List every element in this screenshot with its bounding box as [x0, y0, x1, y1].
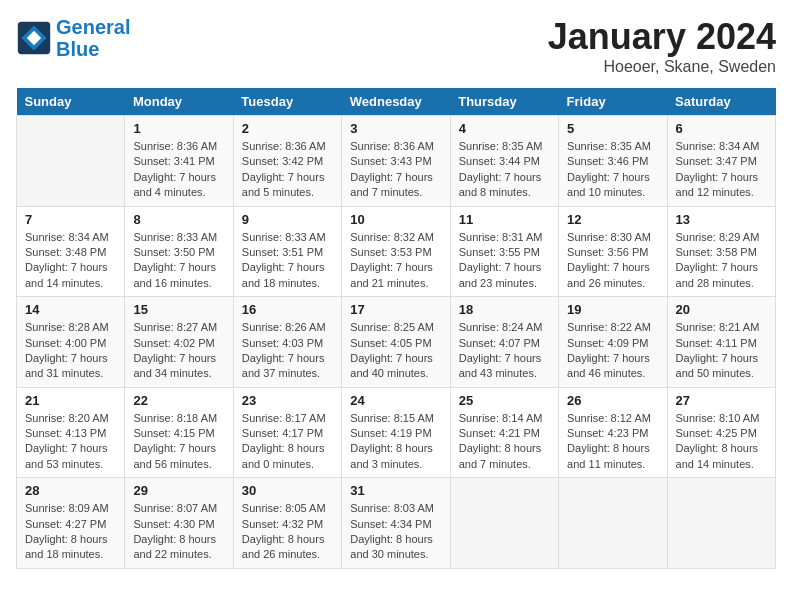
day-detail: Sunrise: 8:12 AMSunset: 4:23 PMDaylight:…	[567, 411, 658, 473]
day-detail: Sunrise: 8:33 AMSunset: 3:51 PMDaylight:…	[242, 230, 333, 292]
day-detail: Sunrise: 8:17 AMSunset: 4:17 PMDaylight:…	[242, 411, 333, 473]
page-header: General Blue January 2024 Hoeoer, Skane,…	[16, 16, 776, 76]
calendar-cell	[17, 116, 125, 207]
day-detail: Sunrise: 8:35 AMSunset: 3:46 PMDaylight:…	[567, 139, 658, 201]
day-number: 20	[676, 302, 767, 317]
calendar-cell: 25Sunrise: 8:14 AMSunset: 4:21 PMDayligh…	[450, 387, 558, 478]
calendar-cell: 20Sunrise: 8:21 AMSunset: 4:11 PMDayligh…	[667, 297, 775, 388]
week-row-3: 14Sunrise: 8:28 AMSunset: 4:00 PMDayligh…	[17, 297, 776, 388]
day-detail: Sunrise: 8:32 AMSunset: 3:53 PMDaylight:…	[350, 230, 441, 292]
day-number: 2	[242, 121, 333, 136]
calendar-cell: 15Sunrise: 8:27 AMSunset: 4:02 PMDayligh…	[125, 297, 233, 388]
day-detail: Sunrise: 8:36 AMSunset: 3:43 PMDaylight:…	[350, 139, 441, 201]
logo-icon	[16, 20, 52, 56]
day-number: 8	[133, 212, 224, 227]
day-number: 31	[350, 483, 441, 498]
day-detail: Sunrise: 8:26 AMSunset: 4:03 PMDaylight:…	[242, 320, 333, 382]
day-number: 18	[459, 302, 550, 317]
calendar-cell: 22Sunrise: 8:18 AMSunset: 4:15 PMDayligh…	[125, 387, 233, 478]
day-number: 12	[567, 212, 658, 227]
week-row-1: 1Sunrise: 8:36 AMSunset: 3:41 PMDaylight…	[17, 116, 776, 207]
week-row-4: 21Sunrise: 8:20 AMSunset: 4:13 PMDayligh…	[17, 387, 776, 478]
day-detail: Sunrise: 8:31 AMSunset: 3:55 PMDaylight:…	[459, 230, 550, 292]
day-detail: Sunrise: 8:34 AMSunset: 3:48 PMDaylight:…	[25, 230, 116, 292]
weekday-header-saturday: Saturday	[667, 88, 775, 116]
calendar-cell: 9Sunrise: 8:33 AMSunset: 3:51 PMDaylight…	[233, 206, 341, 297]
day-detail: Sunrise: 8:20 AMSunset: 4:13 PMDaylight:…	[25, 411, 116, 473]
day-detail: Sunrise: 8:34 AMSunset: 3:47 PMDaylight:…	[676, 139, 767, 201]
day-detail: Sunrise: 8:07 AMSunset: 4:30 PMDaylight:…	[133, 501, 224, 563]
day-number: 17	[350, 302, 441, 317]
day-detail: Sunrise: 8:21 AMSunset: 4:11 PMDaylight:…	[676, 320, 767, 382]
day-detail: Sunrise: 8:36 AMSunset: 3:41 PMDaylight:…	[133, 139, 224, 201]
day-number: 30	[242, 483, 333, 498]
calendar-cell: 4Sunrise: 8:35 AMSunset: 3:44 PMDaylight…	[450, 116, 558, 207]
calendar-cell: 7Sunrise: 8:34 AMSunset: 3:48 PMDaylight…	[17, 206, 125, 297]
day-number: 15	[133, 302, 224, 317]
day-detail: Sunrise: 8:14 AMSunset: 4:21 PMDaylight:…	[459, 411, 550, 473]
day-detail: Sunrise: 8:05 AMSunset: 4:32 PMDaylight:…	[242, 501, 333, 563]
calendar-cell: 1Sunrise: 8:36 AMSunset: 3:41 PMDaylight…	[125, 116, 233, 207]
day-number: 5	[567, 121, 658, 136]
week-row-5: 28Sunrise: 8:09 AMSunset: 4:27 PMDayligh…	[17, 478, 776, 569]
day-detail: Sunrise: 8:15 AMSunset: 4:19 PMDaylight:…	[350, 411, 441, 473]
day-detail: Sunrise: 8:25 AMSunset: 4:05 PMDaylight:…	[350, 320, 441, 382]
day-number: 1	[133, 121, 224, 136]
calendar-cell: 18Sunrise: 8:24 AMSunset: 4:07 PMDayligh…	[450, 297, 558, 388]
logo-general: General	[56, 16, 130, 38]
calendar-cell: 17Sunrise: 8:25 AMSunset: 4:05 PMDayligh…	[342, 297, 450, 388]
calendar-cell: 21Sunrise: 8:20 AMSunset: 4:13 PMDayligh…	[17, 387, 125, 478]
day-number: 11	[459, 212, 550, 227]
day-detail: Sunrise: 8:33 AMSunset: 3:50 PMDaylight:…	[133, 230, 224, 292]
calendar-cell	[450, 478, 558, 569]
day-number: 25	[459, 393, 550, 408]
day-detail: Sunrise: 8:27 AMSunset: 4:02 PMDaylight:…	[133, 320, 224, 382]
day-detail: Sunrise: 8:09 AMSunset: 4:27 PMDaylight:…	[25, 501, 116, 563]
weekday-header-sunday: Sunday	[17, 88, 125, 116]
day-detail: Sunrise: 8:03 AMSunset: 4:34 PMDaylight:…	[350, 501, 441, 563]
calendar-cell: 24Sunrise: 8:15 AMSunset: 4:19 PMDayligh…	[342, 387, 450, 478]
logo: General Blue	[16, 16, 130, 60]
month-title: January 2024	[548, 16, 776, 58]
location: Hoeoer, Skane, Sweden	[548, 58, 776, 76]
day-detail: Sunrise: 8:30 AMSunset: 3:56 PMDaylight:…	[567, 230, 658, 292]
calendar-cell: 19Sunrise: 8:22 AMSunset: 4:09 PMDayligh…	[559, 297, 667, 388]
calendar-cell: 5Sunrise: 8:35 AMSunset: 3:46 PMDaylight…	[559, 116, 667, 207]
weekday-header-row: SundayMondayTuesdayWednesdayThursdayFrid…	[17, 88, 776, 116]
day-number: 23	[242, 393, 333, 408]
calendar-cell: 6Sunrise: 8:34 AMSunset: 3:47 PMDaylight…	[667, 116, 775, 207]
day-number: 4	[459, 121, 550, 136]
calendar-cell: 30Sunrise: 8:05 AMSunset: 4:32 PMDayligh…	[233, 478, 341, 569]
day-detail: Sunrise: 8:18 AMSunset: 4:15 PMDaylight:…	[133, 411, 224, 473]
day-number: 7	[25, 212, 116, 227]
day-number: 22	[133, 393, 224, 408]
calendar-cell: 23Sunrise: 8:17 AMSunset: 4:17 PMDayligh…	[233, 387, 341, 478]
calendar-cell: 8Sunrise: 8:33 AMSunset: 3:50 PMDaylight…	[125, 206, 233, 297]
day-detail: Sunrise: 8:29 AMSunset: 3:58 PMDaylight:…	[676, 230, 767, 292]
day-detail: Sunrise: 8:22 AMSunset: 4:09 PMDaylight:…	[567, 320, 658, 382]
logo-text: General Blue	[56, 16, 130, 60]
calendar-cell: 27Sunrise: 8:10 AMSunset: 4:25 PMDayligh…	[667, 387, 775, 478]
title-block: January 2024 Hoeoer, Skane, Sweden	[548, 16, 776, 76]
day-number: 14	[25, 302, 116, 317]
weekday-header-friday: Friday	[559, 88, 667, 116]
day-detail: Sunrise: 8:10 AMSunset: 4:25 PMDaylight:…	[676, 411, 767, 473]
day-number: 27	[676, 393, 767, 408]
day-number: 26	[567, 393, 658, 408]
calendar-cell	[667, 478, 775, 569]
day-detail: Sunrise: 8:24 AMSunset: 4:07 PMDaylight:…	[459, 320, 550, 382]
calendar-cell: 28Sunrise: 8:09 AMSunset: 4:27 PMDayligh…	[17, 478, 125, 569]
calendar-cell: 3Sunrise: 8:36 AMSunset: 3:43 PMDaylight…	[342, 116, 450, 207]
weekday-header-monday: Monday	[125, 88, 233, 116]
day-number: 21	[25, 393, 116, 408]
day-number: 13	[676, 212, 767, 227]
day-number: 6	[676, 121, 767, 136]
week-row-2: 7Sunrise: 8:34 AMSunset: 3:48 PMDaylight…	[17, 206, 776, 297]
calendar-table: SundayMondayTuesdayWednesdayThursdayFrid…	[16, 88, 776, 569]
day-detail: Sunrise: 8:28 AMSunset: 4:00 PMDaylight:…	[25, 320, 116, 382]
weekday-header-thursday: Thursday	[450, 88, 558, 116]
calendar-cell: 26Sunrise: 8:12 AMSunset: 4:23 PMDayligh…	[559, 387, 667, 478]
day-number: 16	[242, 302, 333, 317]
logo-blue: Blue	[56, 38, 99, 60]
calendar-cell: 31Sunrise: 8:03 AMSunset: 4:34 PMDayligh…	[342, 478, 450, 569]
